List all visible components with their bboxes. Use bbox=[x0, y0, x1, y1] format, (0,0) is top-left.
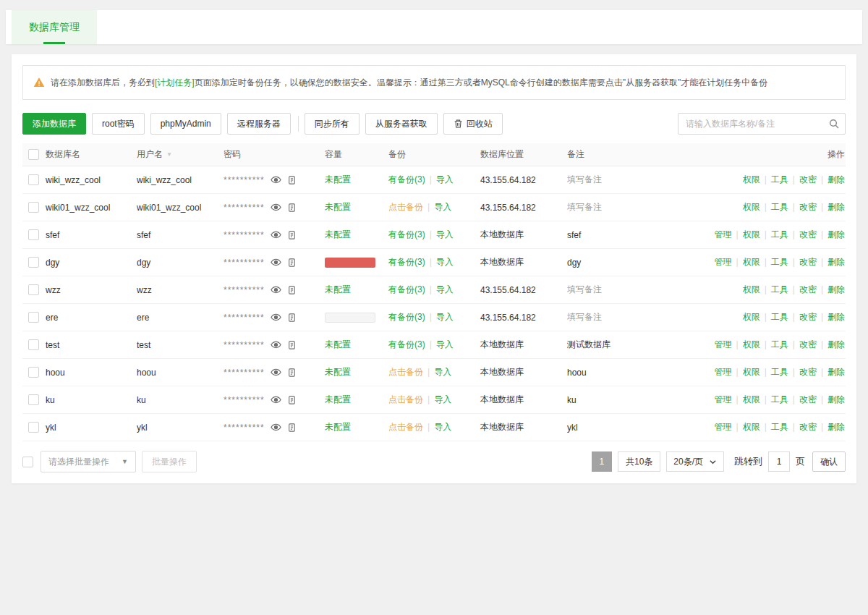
search-icon[interactable] bbox=[828, 118, 840, 130]
action-link[interactable]: 管理 bbox=[715, 257, 732, 267]
action-link[interactable]: 管理 bbox=[715, 422, 732, 432]
row-checkbox[interactable] bbox=[28, 394, 39, 405]
show-password-icon[interactable] bbox=[271, 312, 281, 323]
copy-password-icon[interactable] bbox=[287, 203, 297, 213]
action-link[interactable]: 改密 bbox=[799, 229, 817, 239]
row-checkbox[interactable] bbox=[28, 257, 39, 268]
row-checkbox[interactable] bbox=[28, 367, 39, 378]
show-password-icon[interactable] bbox=[271, 339, 281, 350]
action-link[interactable]: 权限 bbox=[743, 202, 760, 212]
action-link[interactable]: 删除 bbox=[827, 367, 845, 377]
action-link[interactable]: 删除 bbox=[827, 422, 845, 432]
note-cell[interactable]: 填写备注 bbox=[567, 284, 676, 296]
copy-password-icon[interactable] bbox=[287, 313, 297, 323]
batch-action-select[interactable]: 请选择批量操作 ▼ bbox=[41, 451, 136, 472]
action-link[interactable]: 工具 bbox=[771, 367, 788, 377]
copy-password-icon[interactable] bbox=[287, 175, 297, 185]
add-database-button[interactable]: 添加数据库 bbox=[22, 113, 86, 135]
note-cell[interactable]: hoou bbox=[567, 368, 676, 378]
row-checkbox[interactable] bbox=[28, 422, 39, 433]
sync-all-button[interactable]: 同步所有 bbox=[305, 113, 359, 135]
backup-status-link[interactable]: 有备份(3) bbox=[388, 339, 425, 349]
import-link[interactable]: 导入 bbox=[434, 202, 451, 212]
show-password-icon[interactable] bbox=[271, 394, 281, 405]
import-link[interactable]: 导入 bbox=[436, 339, 454, 349]
note-cell[interactable]: dgy bbox=[567, 258, 676, 268]
page-size-select[interactable]: 20条/页 bbox=[666, 451, 724, 472]
action-link[interactable]: 删除 bbox=[827, 202, 845, 212]
action-link[interactable]: 工具 bbox=[771, 394, 788, 404]
backup-status-link[interactable]: 点击备份 bbox=[388, 367, 423, 377]
quota-config-link[interactable]: 未配置 bbox=[325, 202, 351, 212]
action-link[interactable]: 权限 bbox=[743, 257, 760, 267]
import-link[interactable]: 导入 bbox=[436, 284, 454, 294]
action-link[interactable]: 工具 bbox=[771, 257, 788, 267]
phpmyadmin-button[interactable]: phpMyAdmin bbox=[150, 113, 221, 135]
action-link[interactable]: 权限 bbox=[743, 229, 760, 239]
action-link[interactable]: 删除 bbox=[827, 312, 845, 322]
show-password-icon[interactable] bbox=[271, 229, 281, 240]
quota-config-link[interactable]: 未配置 bbox=[325, 339, 351, 349]
quota-config-link[interactable]: 未配置 bbox=[325, 229, 351, 239]
row-checkbox[interactable] bbox=[28, 202, 39, 213]
import-link[interactable]: 导入 bbox=[436, 312, 454, 322]
action-link[interactable]: 工具 bbox=[771, 339, 788, 349]
note-cell[interactable]: ku bbox=[567, 395, 676, 405]
row-checkbox[interactable] bbox=[28, 312, 39, 323]
copy-password-icon[interactable] bbox=[287, 395, 297, 405]
remote-server-button[interactable]: 远程服务器 bbox=[227, 113, 291, 135]
action-link[interactable]: 改密 bbox=[799, 174, 817, 184]
action-link[interactable]: 权限 bbox=[743, 422, 760, 432]
footer-select-all-checkbox[interactable] bbox=[22, 457, 33, 467]
action-link[interactable]: 权限 bbox=[743, 394, 760, 404]
action-link[interactable]: 改密 bbox=[799, 422, 817, 432]
note-cell[interactable]: sfef bbox=[567, 230, 676, 240]
action-link[interactable]: 权限 bbox=[743, 312, 760, 322]
show-password-icon[interactable] bbox=[271, 202, 281, 213]
action-link[interactable]: 改密 bbox=[799, 367, 817, 377]
action-link[interactable]: 工具 bbox=[771, 312, 788, 322]
backup-status-link[interactable]: 有备份(3) bbox=[388, 284, 425, 294]
import-link[interactable]: 导入 bbox=[436, 174, 454, 184]
show-password-icon[interactable] bbox=[271, 174, 281, 185]
action-link[interactable]: 改密 bbox=[799, 339, 817, 349]
note-cell[interactable]: 填写备注 bbox=[567, 311, 676, 323]
note-cell[interactable]: 测试数据库 bbox=[567, 339, 676, 351]
import-link[interactable]: 导入 bbox=[434, 422, 451, 432]
action-link[interactable]: 管理 bbox=[715, 229, 732, 239]
action-link[interactable]: 管理 bbox=[715, 367, 732, 377]
show-password-icon[interactable] bbox=[271, 422, 281, 433]
backup-status-link[interactable]: 点击备份 bbox=[388, 202, 423, 212]
action-link[interactable]: 改密 bbox=[799, 202, 817, 212]
quota-usage-bar[interactable] bbox=[325, 258, 375, 268]
import-link[interactable]: 导入 bbox=[436, 257, 454, 267]
action-link[interactable]: 工具 bbox=[771, 284, 788, 294]
action-link[interactable]: 删除 bbox=[827, 229, 845, 239]
root-password-button[interactable]: root密码 bbox=[92, 113, 145, 135]
fetch-from-server-button[interactable]: 从服务器获取 bbox=[365, 113, 438, 135]
action-link[interactable]: 管理 bbox=[715, 339, 732, 349]
action-link[interactable]: 工具 bbox=[771, 174, 788, 184]
action-link[interactable]: 权限 bbox=[743, 174, 760, 184]
backup-status-link[interactable]: 点击备份 bbox=[388, 422, 423, 432]
tab-database-management[interactable]: 数据库管理 bbox=[12, 10, 97, 44]
import-link[interactable]: 导入 bbox=[434, 367, 451, 377]
action-link[interactable]: 管理 bbox=[715, 394, 732, 404]
quota-config-link[interactable]: 未配置 bbox=[325, 174, 351, 184]
row-checkbox[interactable] bbox=[28, 174, 39, 185]
action-link[interactable]: 删除 bbox=[827, 339, 845, 349]
action-link[interactable]: 删除 bbox=[827, 284, 845, 294]
action-link[interactable]: 删除 bbox=[827, 257, 845, 267]
backup-status-link[interactable]: 有备份(3) bbox=[388, 174, 425, 184]
action-link[interactable]: 改密 bbox=[799, 312, 817, 322]
note-cell[interactable]: 填写备注 bbox=[567, 174, 676, 186]
copy-password-icon[interactable] bbox=[287, 423, 297, 433]
copy-password-icon[interactable] bbox=[287, 368, 297, 378]
action-link[interactable]: 删除 bbox=[827, 174, 845, 184]
select-all-checkbox[interactable] bbox=[28, 149, 39, 160]
action-link[interactable]: 改密 bbox=[799, 284, 817, 294]
page-number-current[interactable]: 1 bbox=[592, 451, 612, 472]
action-link[interactable]: 工具 bbox=[771, 229, 788, 239]
row-checkbox[interactable] bbox=[28, 229, 39, 240]
backup-status-link[interactable]: 有备份(3) bbox=[388, 312, 425, 322]
